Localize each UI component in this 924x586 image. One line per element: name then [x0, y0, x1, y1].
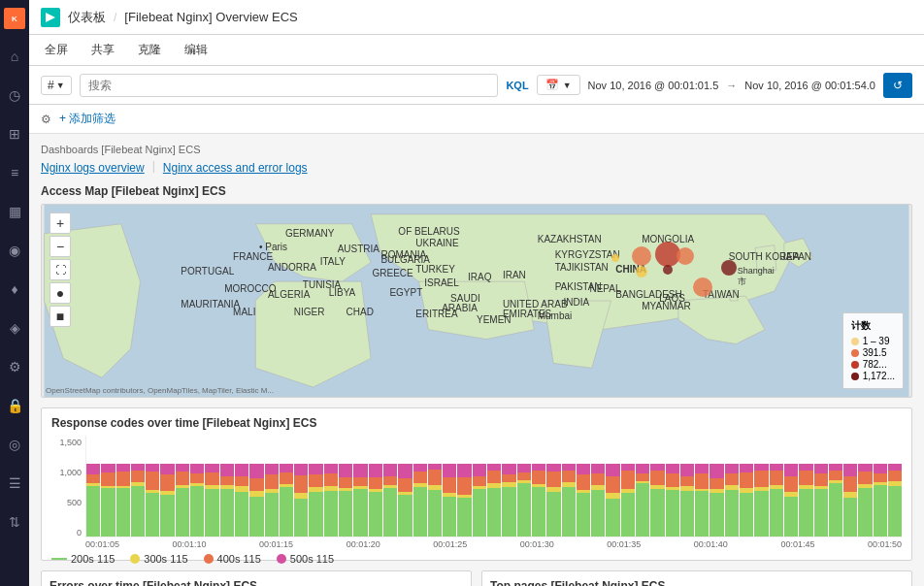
map-square-button[interactable]: ■ — [50, 306, 71, 327]
bar-segment — [443, 477, 456, 493]
nav-share[interactable]: 共享 — [87, 42, 118, 58]
bar-segment — [309, 474, 322, 487]
bar-segment — [680, 464, 694, 476]
bar-segment — [324, 464, 338, 473]
lock-icon[interactable]: 🔒 — [3, 394, 26, 417]
legend-dot-3 — [851, 373, 859, 380]
legend-500s: 500s 115 — [277, 553, 334, 565]
bar-segment — [874, 464, 887, 473]
nav-fullscreen[interactable]: 全屏 — [41, 42, 72, 58]
dashboard-link-0[interactable]: Nginx logs overview — [41, 159, 145, 177]
dashboard-link-1[interactable]: Nginx access and error logs — [163, 159, 308, 177]
bar-segment — [116, 488, 130, 537]
person-icon[interactable]: ♦ — [3, 277, 26, 301]
bar-group — [398, 464, 412, 537]
bar-segment — [829, 464, 842, 471]
y-label-1: 1,000 — [59, 468, 82, 477]
legend-range-2: 782... — [863, 359, 887, 370]
top-pages-title: Top pages [Filebeat Nginx] ECS — [490, 579, 904, 586]
bar-group — [606, 464, 619, 537]
bar-group — [858, 464, 872, 537]
map-section-title: Access Map [Filebeat Nginx] ECS — [41, 184, 912, 198]
bar-segment — [532, 487, 545, 537]
legend-300s: 300s 115 — [130, 553, 187, 565]
bar-group — [220, 464, 234, 537]
bar-segment — [680, 491, 694, 537]
date-picker-calendar[interactable]: 📅 ▼ — [537, 75, 580, 95]
bar-group — [695, 464, 709, 537]
bar-segment — [353, 464, 367, 477]
settings-icon[interactable]: ⚙ — [3, 355, 26, 378]
bar-segment — [487, 464, 501, 471]
bar-segment — [502, 487, 515, 537]
bar-segment — [843, 498, 857, 537]
bar-segment — [339, 477, 352, 488]
calendar-icon: 📅 — [545, 79, 559, 91]
bar-group — [666, 464, 679, 537]
bar-group — [770, 464, 783, 537]
legend-item-0: 1 – 39 — [851, 336, 895, 346]
x-label-1: 00:01:10 — [173, 539, 207, 549]
clock-icon[interactable]: ◷ — [3, 83, 26, 107]
bar-segment — [695, 464, 709, 473]
legend-range-1: 391.5 — [863, 347, 887, 358]
layers-icon[interactable]: ≡ — [3, 161, 26, 184]
bar-segment — [235, 492, 248, 537]
bar-segment — [606, 499, 619, 537]
shield-icon[interactable]: ◈ — [3, 316, 26, 340]
chart-icon[interactable]: ▦ — [3, 200, 26, 223]
bar-segment — [754, 464, 768, 471]
bar-group — [754, 464, 768, 537]
add-filter-button[interactable]: + 添加筛选 — [59, 111, 116, 127]
bar-segment — [339, 464, 352, 477]
bar-group — [487, 464, 501, 537]
bar-segment — [86, 486, 100, 537]
bar-segment — [294, 464, 308, 475]
map-zoom-out-button[interactable]: − — [50, 236, 71, 257]
bar-segment — [131, 471, 145, 482]
refresh-button[interactable]: ↺ — [883, 73, 912, 98]
nav-edit[interactable]: 编辑 — [181, 42, 212, 58]
date-from: Nov 10, 2016 @ 00:01:01.5 — [588, 80, 719, 91]
bar-segment — [784, 464, 798, 476]
bar-group — [562, 464, 576, 537]
user-icon[interactable]: ◉ — [3, 239, 26, 262]
response-chart-container: Response codes over time [Filebeat Nginx… — [41, 407, 912, 561]
bubble-korea — [721, 260, 737, 276]
link-separator: | — [145, 159, 163, 177]
bar-segment — [86, 464, 100, 474]
bar-segment — [606, 476, 619, 493]
bar-segment — [517, 483, 531, 537]
bar-segment — [205, 489, 218, 537]
bar-segment — [473, 476, 486, 486]
bar-segment — [858, 488, 872, 537]
home-icon[interactable]: ⌂ — [3, 45, 26, 68]
list-icon[interactable]: ☰ — [3, 472, 26, 495]
map-zoom-in-button[interactable]: + — [50, 212, 71, 234]
legend-label-300: 300s 115 — [144, 553, 187, 565]
bar-segment — [190, 473, 204, 483]
map-circle-button[interactable]: ● — [50, 282, 71, 304]
map-point-icon[interactable]: ◎ — [3, 433, 26, 456]
bar-group — [324, 464, 338, 537]
search-input[interactable] — [80, 74, 499, 97]
sidebar-logo: K — [4, 8, 25, 29]
x-label-9: 00:01:50 — [868, 539, 902, 549]
bar-segment — [650, 489, 664, 537]
bar-segment — [220, 464, 234, 476]
map-crop-button[interactable]: ⛶ — [50, 259, 71, 280]
bar-segment — [265, 474, 279, 488]
grid-icon[interactable]: ⊞ — [3, 122, 26, 146]
response-chart-title: Response codes over time [Filebeat Nginx… — [51, 416, 902, 430]
bar-segment — [369, 477, 382, 489]
bar-segment — [339, 491, 352, 537]
query-type-selector[interactable]: # ▼ — [41, 76, 72, 95]
bar-group — [309, 464, 322, 537]
nav-clone[interactable]: 克隆 — [134, 42, 165, 58]
filter-gear-icon[interactable]: ⚙ — [41, 113, 51, 126]
bar-segment — [636, 483, 649, 537]
bar-segment — [309, 464, 322, 474]
bar-segment — [562, 471, 576, 483]
bar-group — [265, 464, 279, 537]
reorder-icon[interactable]: ⇅ — [3, 510, 26, 534]
